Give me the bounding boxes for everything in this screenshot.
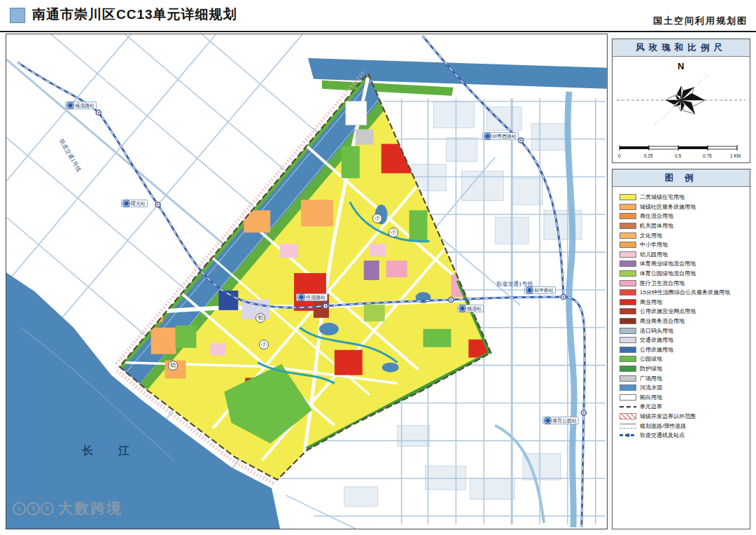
map-type-label: 国土空间利用规划图	[653, 15, 748, 27]
legend-label: 河流水面	[640, 384, 662, 391]
windrose-panel: 风玫瑰和比例尺 N	[612, 39, 750, 163]
metro-station-label: 曙光站	[121, 200, 148, 207]
legend-item: 河流水面	[620, 383, 750, 393]
legend-label: 体育公园绿地混合用地	[640, 270, 696, 277]
legend-swatch	[620, 394, 636, 401]
legend-label: 商住混合用地	[640, 212, 673, 220]
metro-logo-icon	[545, 417, 551, 424]
legend-item: 商住混合用地	[620, 211, 750, 221]
legend-swatch	[620, 299, 636, 305]
facility-mark: 小	[372, 214, 382, 223]
watermark-text: 大数跨境	[58, 499, 122, 518]
facility-mark: 幼	[168, 361, 178, 370]
legend-item: 公用设施用地	[620, 345, 750, 355]
legend-label: 商业商务混合用地	[640, 317, 685, 325]
facility-mark: 初	[255, 313, 265, 323]
legend-label: 商业用地	[640, 298, 662, 306]
metro-logo-icon	[123, 200, 130, 207]
legend-item: 港口码头用地	[620, 326, 750, 335]
metro-station-label: 任港路站	[296, 293, 328, 301]
legend-item: 轨道交通线及站点	[620, 431, 750, 440]
watermark-logo-circles: 100	[13, 502, 54, 515]
legend-swatch	[620, 204, 636, 210]
legend-swatch	[620, 242, 636, 248]
legend-item: 商业用地	[620, 298, 750, 307]
legend-panel-title: 图 例	[612, 169, 750, 187]
legend-panel: 图 例 二类城镇住宅用地 城镇社区服务设施用地 商住混合用地	[612, 169, 750, 529]
legend-label: 15分钟生活圈综合公共服务设施用地	[640, 289, 730, 296]
legend-label: 公用设施用地	[640, 346, 673, 354]
legend-label: 广场用地	[640, 375, 662, 382]
legend-label: 城镇开发边界以外范围	[640, 412, 696, 420]
legend-label: 防护绿地	[640, 365, 662, 373]
svg-text:1 KM: 1 KM	[730, 153, 741, 158]
legend-swatch	[620, 347, 636, 353]
legend-items: 二类城镇住宅用地 城镇社区服务设施用地 商住混合用地 机关团体用地	[612, 187, 750, 440]
wind-rose: N	[612, 57, 750, 138]
legend-item: 留白用地	[620, 392, 750, 402]
legend-item: 中小学用地	[620, 240, 750, 250]
legend-item: 机关团体用地	[620, 221, 750, 231]
legend-item: 公园绿地	[620, 354, 750, 364]
metro-logo-icon	[298, 294, 304, 300]
legend-label: 轨道交通线及站点	[640, 431, 685, 439]
legend-label: 留白用地	[640, 394, 662, 401]
legend-swatch	[620, 318, 636, 324]
legend-label: 交通设施用地	[640, 336, 673, 344]
metro-logo-icon	[459, 305, 465, 312]
legend-item: 城镇社区服务设施用地	[620, 202, 750, 212]
legend-swatch	[620, 270, 636, 277]
svg-text:0.75: 0.75	[703, 153, 712, 158]
legend-swatch	[620, 403, 636, 410]
header: 南通市崇川区CC13单元详细规划 国土空间利用规划图	[0, 0, 756, 32]
legend-item: 公用设施营业网点用地	[620, 307, 750, 317]
map-canvas: 长 江 轨道交通1号线 轨道交通1号线 城港路站 曙光站 钟秀西路站	[6, 34, 608, 529]
legend-item: 体育公园绿地混合用地	[620, 269, 750, 279]
metro-logo-icon	[484, 133, 491, 139]
metro-station-label: 姚港站	[457, 305, 484, 312]
scale-bar: 0 0.25 0.5 0.75 1 KM	[612, 141, 750, 165]
facility-mark: 小	[388, 228, 398, 237]
legend-swatch	[620, 328, 636, 334]
page-title: 南通市崇川区CC13单元详细规划	[32, 6, 237, 24]
legend-swatch	[620, 413, 636, 419]
legend-label: 规划道路/弹性道路	[640, 422, 686, 430]
legend-item: 二类城镇住宅用地	[620, 193, 750, 202]
svg-text:0.5: 0.5	[675, 153, 681, 158]
legend-swatch	[620, 251, 636, 258]
legend-swatch	[620, 356, 636, 362]
metro-logo-icon	[67, 102, 74, 109]
legend-item: 单元边界	[620, 402, 750, 412]
legend-label: 公用设施营业网点用地	[640, 307, 696, 315]
legend-label: 港口码头用地	[640, 327, 673, 335]
svg-text:0: 0	[618, 153, 621, 158]
legend-swatch	[620, 424, 636, 429]
facility-mark: 小	[259, 340, 269, 349]
legend-item: 15分钟生活圈综合公共服务设施用地	[620, 288, 750, 298]
legend-item: 商业商务混合用地	[620, 317, 750, 326]
legend-swatch	[620, 366, 636, 372]
metro-station-label: 和平桥站	[524, 286, 556, 294]
legend-item: 交通设施用地	[620, 335, 750, 345]
legend-label: 二类城镇住宅用地	[640, 193, 685, 201]
legend-swatch	[620, 337, 636, 343]
legend-label: 文化用地	[640, 232, 662, 239]
legend-swatch	[620, 223, 636, 229]
legend-label: 公园绿地	[640, 355, 662, 363]
legend-item: 城镇开发边界以外范围	[620, 412, 750, 422]
legend-item: 体育商业绿地混合用地	[620, 259, 750, 269]
metro-station-label: 城港路站	[65, 102, 97, 109]
legend-item: 规划道路/弹性道路	[620, 421, 750, 431]
legend-swatch	[620, 432, 636, 438]
svg-text:0.25: 0.25	[644, 153, 653, 158]
legend-swatch	[620, 213, 636, 219]
agency-logo-icon	[10, 8, 25, 23]
legend-item: 医疗卫生混合用地	[620, 278, 750, 288]
legend-item: 广场用地	[620, 373, 750, 383]
legend-swatch	[620, 280, 636, 286]
legend-label: 幼儿园用地	[640, 251, 668, 258]
windrose-panel-title: 风玫瑰和比例尺	[612, 39, 750, 57]
metro-station-label: 钟秀西路站	[482, 132, 519, 140]
legend-item: 幼儿园用地	[620, 250, 750, 260]
metro-station-label: 体育公园站	[542, 417, 579, 424]
